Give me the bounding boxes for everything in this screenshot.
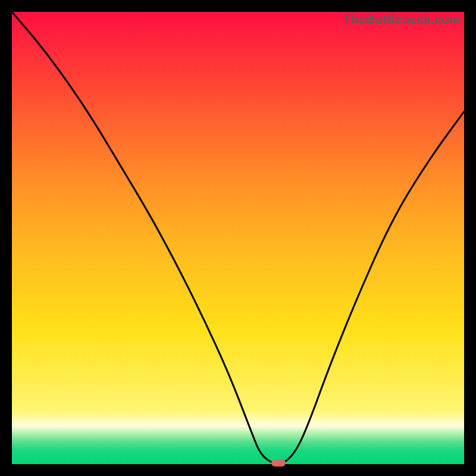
chart-frame: TheBottleneck.com — [0, 0, 476, 476]
curve-path — [12, 12, 464, 464]
bottleneck-curve — [12, 12, 464, 464]
plot-area: TheBottleneck.com — [12, 12, 464, 464]
optimal-point-marker — [271, 459, 286, 466]
